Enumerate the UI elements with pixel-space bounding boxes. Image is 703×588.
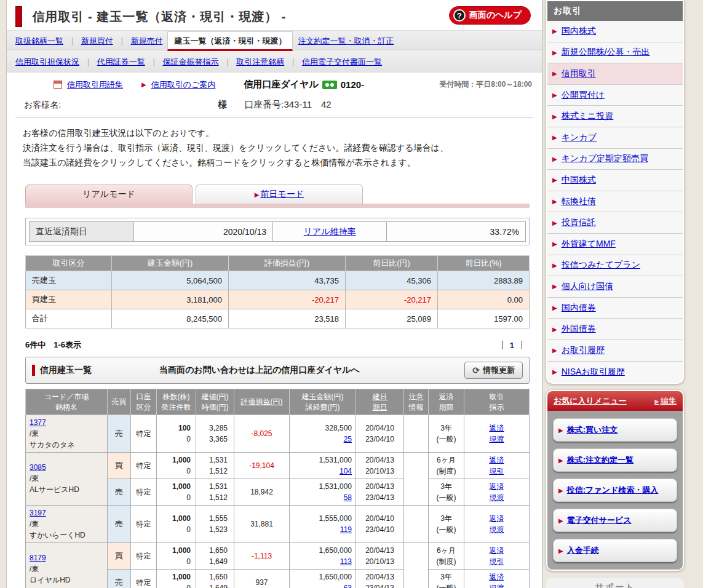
- row-label: 売建玉: [26, 271, 112, 290]
- page-number[interactable]: 1: [510, 341, 514, 350]
- side-cell: 売: [108, 415, 131, 452]
- favorite-e-delivery[interactable]: ▶電子交付サービス: [553, 509, 677, 532]
- sidebar-item-accumulation-plan[interactable]: ▶投信つみたてプラン: [547, 255, 683, 277]
- nav-new-buy-link[interactable]: 新規買付: [81, 36, 113, 47]
- repay-link[interactable]: 返済: [467, 545, 526, 556]
- sidebar-item-china-stocks[interactable]: ▶中国株式: [547, 170, 683, 191]
- sidebar-item-ipo[interactable]: ▶新規公開株/公募・売出: [547, 42, 683, 64]
- arrow-icon: ▶: [552, 283, 557, 290]
- market-suffix: /東: [30, 473, 105, 484]
- shares-cell: 1,0000: [157, 542, 196, 569]
- sidebar-item-foreign-mmf[interactable]: ▶外貨建てMMF: [547, 234, 683, 255]
- favorites-edit-link[interactable]: ▶編集: [654, 395, 677, 407]
- refresh-button-label: 情報更新: [483, 365, 515, 376]
- account-type-cell: 特定: [131, 542, 157, 569]
- refresh-button[interactable]: ⟳ 情報更新: [464, 362, 523, 379]
- stock-code-link[interactable]: 8179: [30, 552, 105, 563]
- margin-guide-link[interactable]: 信用取引のご案内: [151, 79, 216, 90]
- summary-row-total: 合計 8,245,500 23,518 25,089 1597.00: [26, 309, 530, 328]
- repay-link[interactable]: 返済: [467, 571, 526, 582]
- physical-receipt-link[interactable]: 現引: [467, 466, 526, 477]
- amount-cell: 1,531,00058: [290, 479, 356, 505]
- repay-link[interactable]: 返済: [467, 481, 526, 492]
- col-shares: 株数(株)発注件数: [157, 389, 196, 415]
- help-button[interactable]: ? 画面のヘルプ: [449, 6, 531, 25]
- arrow-icon: ▶: [558, 427, 563, 434]
- tab-positions-list-active[interactable]: 建玉一覧（返済・現引・現渡）: [167, 31, 293, 51]
- row-label: 買建玉: [26, 290, 112, 309]
- nav-substitute-securities-link[interactable]: 代用証券一覧: [97, 57, 145, 68]
- physical-delivery-link[interactable]: 現渡: [467, 582, 526, 588]
- nearest-due-date-value: 2020/10/13: [134, 222, 273, 242]
- dates-cell: 20/04/1023/04/10: [356, 505, 404, 542]
- caution-cell: [404, 415, 429, 452]
- sidebar-item-jgb-individual[interactable]: ▶個人向け国債: [547, 276, 683, 298]
- col-valuation-pnl[interactable]: 評価損益(円): [234, 389, 290, 415]
- sidebar-item-nisa-history[interactable]: ▶NISAお取引履歴: [547, 362, 683, 383]
- sidebar-item-trade-history[interactable]: ▶お取引履歴: [547, 340, 683, 362]
- dates-cell: 20/04/1323/04/13: [356, 479, 404, 505]
- stock-name: ALサービスHD: [30, 484, 105, 495]
- nav-new-sell-link[interactable]: 新規売付: [130, 36, 162, 47]
- expenses-link[interactable]: 113: [292, 556, 352, 567]
- tab-prev-day-mode[interactable]: ▶ 前日モード: [196, 185, 363, 204]
- expenses-link[interactable]: 104: [292, 466, 352, 477]
- expenses-link[interactable]: 58: [292, 492, 352, 503]
- col-trade-instruction: 取引指示: [464, 389, 530, 415]
- sidebar-item-domestic-bonds[interactable]: ▶国内債券: [547, 298, 683, 319]
- glossary-link[interactable]: 信用取引用語集: [67, 79, 123, 90]
- col-open-due-dates[interactable]: 建日期日: [356, 389, 404, 415]
- sidebar-item-margin-trading[interactable]: ▶信用取引: [547, 63, 683, 85]
- favorite-label: 投信:ファンド検索・購入: [567, 485, 659, 496]
- info-bar: 信用取引用語集 ▶ 信用取引のご案内 信用口座ダイヤル 0120- 受付時間：平…: [7, 73, 542, 93]
- nav-e-delivery-docs-link[interactable]: 信用電子交付書面一覧: [302, 57, 382, 68]
- sidebar-item-investment-trusts[interactable]: ▶投資信託: [547, 212, 683, 234]
- expenses-link[interactable]: 119: [292, 524, 352, 535]
- arrow-icon: ▶: [558, 457, 563, 464]
- sidebar-item-kinkabu[interactable]: ▶キンカブ: [547, 127, 683, 149]
- prices-cell: 1,5551,523: [196, 505, 234, 542]
- nav-margin-transfer-link[interactable]: 保証金振替指示: [162, 57, 218, 68]
- sidebar-item-mini-stock[interactable]: ▶株式ミニ投資: [547, 106, 683, 127]
- stock-code-link[interactable]: 3085: [30, 462, 105, 473]
- arrow-icon: ▶: [552, 198, 557, 205]
- expenses-link[interactable]: 25: [292, 434, 352, 445]
- stock-code-link[interactable]: 3197: [30, 507, 105, 518]
- sidebar-item-foreign-bonds[interactable]: ▶外国債券: [547, 319, 683, 340]
- stock-name: すかいらーくHD: [30, 530, 105, 541]
- expenses-link[interactable]: 63: [292, 582, 352, 588]
- tab-real-mode[interactable]: リアルモード: [25, 185, 193, 204]
- favorite-fund-search[interactable]: ▶投信:ファンド検索・購入: [553, 479, 677, 502]
- favorite-stock-order-list[interactable]: ▶株式:注文約定一覧: [553, 448, 677, 472]
- physical-delivery-link[interactable]: 現渡: [467, 434, 526, 445]
- list-note: 当画面のお問い合わせは上記の信用口座ダイヤルへ: [159, 365, 360, 376]
- repay-link[interactable]: 返済: [467, 513, 526, 524]
- description-line1: お客様の信用取引建玉状況は以下のとおりです。: [23, 126, 532, 141]
- sidebar-item-domestic-stocks[interactable]: ▶国内株式: [547, 21, 683, 42]
- favorite-stock-buy-order[interactable]: ▶株式:買い注文: [553, 418, 677, 442]
- sidebar-item-convertible-bonds[interactable]: ▶転換社債: [547, 191, 683, 213]
- nav-order-list-link[interactable]: 注文約定一覧・取消・訂正: [298, 36, 394, 47]
- nav-handled-issues-link[interactable]: 取扱銘柄一覧: [15, 36, 63, 47]
- favorite-label: 株式:注文約定一覧: [567, 455, 633, 466]
- stock-code-link[interactable]: 1377: [30, 417, 105, 428]
- arrow-icon: ▶: [552, 368, 557, 375]
- nav-caution-issues-link[interactable]: 取引注意銘柄: [236, 57, 284, 68]
- physical-receipt-link[interactable]: 現引: [467, 556, 526, 567]
- repay-link[interactable]: 返済: [467, 423, 526, 434]
- favorite-deposit-procedure[interactable]: ▶入金手続: [553, 539, 677, 562]
- question-icon: ?: [453, 9, 466, 22]
- actions-cell: 返済 現渡: [464, 415, 530, 452]
- real-maintenance-rate-link[interactable]: リアル維持率: [304, 226, 356, 236]
- repay-link[interactable]: 返済: [467, 455, 526, 466]
- sidebar-item-kinkabu-regular[interactable]: ▶キンカブ定期定額売買: [547, 149, 683, 170]
- sidebar-item-label: 外貨建てMMF: [562, 239, 616, 250]
- account-type-cell: 特定: [131, 452, 157, 479]
- arrow-icon: ▶: [558, 547, 563, 554]
- sidebar-item-takeover-bid[interactable]: ▶公開買付け: [547, 85, 683, 106]
- favorites-title[interactable]: お気に入りメニュー: [554, 395, 627, 407]
- sidebar-item-label: お取引履歴: [562, 345, 605, 356]
- physical-delivery-link[interactable]: 現渡: [467, 524, 526, 535]
- nav-collateral-status-link[interactable]: 信用取引担保状況: [15, 57, 79, 68]
- physical-delivery-link[interactable]: 現渡: [467, 492, 526, 503]
